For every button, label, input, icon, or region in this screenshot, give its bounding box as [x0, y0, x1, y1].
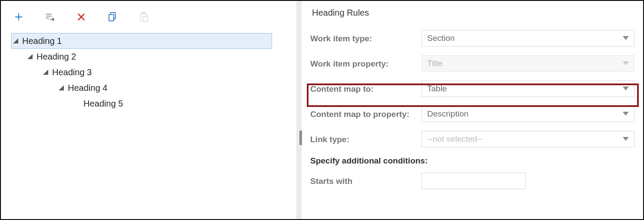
- select-value: Description: [427, 109, 468, 119]
- row-link-type: Link type: --not selected--: [310, 131, 634, 148]
- svg-marker-9: [27, 54, 33, 59]
- select-content-map-to-property[interactable]: Description: [422, 106, 634, 122]
- tree-item-label: Heading 2: [36, 52, 76, 62]
- insert-button[interactable]: [43, 10, 56, 23]
- tree-item[interactable]: Heading 3: [8, 64, 293, 80]
- tree-item[interactable]: Heading 2: [8, 49, 293, 64]
- tree-pane: Heading 1 Heading 2 Heading 3 Heading 4 …: [1, 1, 296, 219]
- select-value: Section: [427, 33, 455, 43]
- select-link-type[interactable]: --not selected--: [422, 131, 634, 147]
- select-value: --not selected--: [427, 134, 483, 144]
- paste-button[interactable]: [137, 10, 150, 23]
- svg-marker-11: [59, 85, 64, 90]
- starts-with-input[interactable]: [422, 173, 526, 189]
- expand-arrow-icon[interactable]: [26, 53, 34, 60]
- heading-tree: Heading 1 Heading 2 Heading 3 Heading 4 …: [4, 33, 293, 216]
- label-link-type: Link type:: [310, 131, 422, 145]
- chevron-down-icon: [622, 110, 630, 118]
- tree-item-label: Heading 3: [51, 67, 92, 77]
- chevron-down-icon: [622, 85, 630, 93]
- label-work-item-property: Work item property:: [310, 55, 422, 69]
- svg-marker-8: [13, 38, 18, 43]
- tree-item[interactable]: Heading 5: [8, 96, 293, 111]
- toolbar: [4, 6, 293, 33]
- splitter-handle-icon[interactable]: [299, 130, 302, 145]
- svg-rect-6: [142, 12, 145, 14]
- select-content-map-to[interactable]: Table: [422, 80, 634, 97]
- select-value: Title: [427, 59, 442, 68]
- row-content-map-to-property: Content map to property: Description: [310, 106, 634, 123]
- svg-marker-10: [43, 70, 48, 75]
- chevron-down-icon: [622, 60, 630, 67]
- expand-arrow-icon[interactable]: [12, 37, 20, 45]
- chevron-down-icon: [622, 135, 630, 143]
- label-content-map-to: Content map to:: [310, 80, 422, 94]
- row-starts-with: Starts with: [310, 173, 634, 190]
- tree-item-label: Heading 1: [21, 36, 62, 46]
- conditions-header: Specify additional conditions:: [310, 156, 634, 166]
- pane-divider[interactable]: [296, 1, 302, 219]
- svg-rect-4: [109, 15, 114, 21]
- expand-arrow-icon[interactable]: [57, 84, 65, 92]
- panel-title: Heading Rules: [312, 8, 634, 18]
- svg-marker-12: [623, 36, 629, 40]
- tree-item-label: Heading 4: [67, 83, 107, 93]
- expand-arrow-icon[interactable]: [42, 68, 50, 76]
- add-button[interactable]: [12, 10, 25, 23]
- select-work-item-property: Title: [422, 55, 634, 72]
- select-work-item-type[interactable]: Section: [422, 30, 634, 47]
- row-work-item-type: Work item type: Section: [310, 30, 634, 47]
- properties-pane: Heading Rules Work item type: Section Wo…: [302, 1, 643, 219]
- label-work-item-type: Work item type:: [310, 30, 422, 44]
- label-starts-with: Starts with: [310, 173, 422, 187]
- svg-marker-15: [623, 112, 629, 116]
- select-value: Table: [427, 84, 447, 93]
- tree-item-label: Heading 5: [83, 99, 123, 109]
- svg-marker-13: [623, 61, 629, 65]
- svg-rect-7: [143, 17, 148, 22]
- tree-item[interactable]: Heading 4: [8, 80, 293, 96]
- label-content-map-to-property: Content map to property:: [310, 106, 422, 120]
- delete-button[interactable]: [75, 10, 88, 23]
- row-content-map-to: Content map to: Table: [310, 80, 634, 98]
- svg-marker-14: [623, 87, 629, 90]
- svg-marker-16: [623, 137, 629, 141]
- row-work-item-property: Work item property: Title: [310, 55, 634, 73]
- tree-item[interactable]: Heading 1: [8, 33, 293, 49]
- expand-arrow-placeholder: [73, 100, 81, 107]
- chevron-down-icon: [622, 34, 630, 42]
- copy-button[interactable]: [106, 10, 119, 23]
